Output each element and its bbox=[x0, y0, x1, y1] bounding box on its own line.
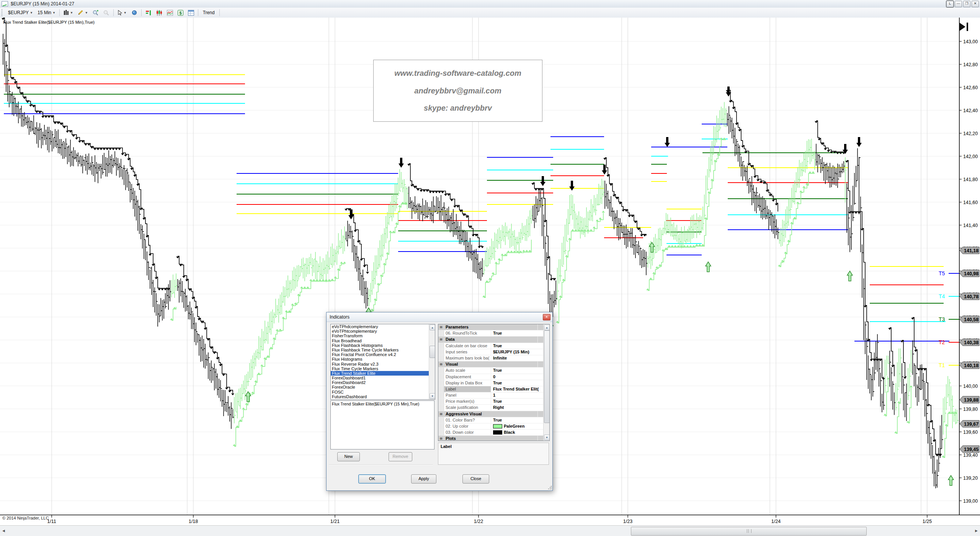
panel-button[interactable] bbox=[186, 8, 196, 17]
scroll-left-icon[interactable]: ◄ bbox=[2, 528, 6, 533]
property-row[interactable]: Display in Data BoxTrue bbox=[438, 380, 544, 386]
go-to-last-bar-icon[interactable] bbox=[959, 21, 972, 32]
property-value[interactable]: True bbox=[491, 399, 544, 404]
collapse-icon[interactable]: ⊟ bbox=[438, 337, 444, 342]
indicator-list-item[interactable]: ForexDashboard2 bbox=[331, 380, 429, 385]
collapse-icon[interactable]: ⊟ bbox=[438, 324, 444, 330]
new-button[interactable]: New bbox=[337, 452, 360, 461]
indicator-list-item[interactable]: FuturesDashboard bbox=[331, 394, 429, 399]
property-value[interactable]: True bbox=[491, 330, 544, 336]
property-row[interactable]: 02. Up colorPaleGreen bbox=[438, 423, 544, 430]
draw-tool-dropdown[interactable]: ▼ bbox=[75, 8, 90, 17]
property-category-row[interactable]: ⊟Aggressive Visual bbox=[438, 411, 544, 417]
indicator-list-item[interactable]: ForexDashboard1 bbox=[331, 376, 429, 380]
indicator-list-item[interactable]: Flux Histograms bbox=[331, 357, 429, 361]
indicator-list-item[interactable]: Flux Broadhead bbox=[331, 338, 429, 343]
close-button[interactable]: Close bbox=[462, 474, 489, 484]
property-row[interactable]: Price marker(s)True bbox=[438, 399, 544, 405]
property-row[interactable]: Scale justificationRight bbox=[438, 405, 544, 411]
property-category-row[interactable]: ⊟Plots bbox=[438, 436, 544, 441]
property-value[interactable]: True bbox=[491, 417, 544, 423]
scroll-right-icon[interactable]: ► bbox=[974, 528, 978, 533]
property-row[interactable]: 03. Down colorBlack bbox=[438, 430, 544, 436]
ok-button[interactable]: OK bbox=[358, 474, 386, 484]
trend-tool-button[interactable]: Trend bbox=[200, 9, 218, 16]
property-value[interactable]: Flux Trend Stalker Elit( bbox=[491, 386, 544, 392]
property-row[interactable]: Maximum bars look ba(Infinite bbox=[438, 355, 544, 361]
property-row[interactable]: Displacement0 bbox=[438, 374, 544, 380]
zoom-in-button[interactable] bbox=[90, 8, 101, 17]
collapse-icon[interactable]: ⊟ bbox=[438, 411, 444, 417]
property-row[interactable]: 01. Color Bars?True bbox=[438, 417, 544, 423]
property-value[interactable]: Right bbox=[491, 405, 544, 410]
property-grid[interactable]: ⊟Parameters06. RoundToTickTrue⊟DataCalcu… bbox=[438, 324, 550, 441]
indicators-dialog[interactable]: Indicators ✕ eVoTPhdcomplementaryeVoTPht… bbox=[326, 312, 553, 491]
property-category-row[interactable]: ⊟Visual bbox=[438, 361, 544, 368]
indicator-list-item[interactable]: Flux Flashback Histograms bbox=[331, 343, 429, 348]
property-value[interactable]: 0 bbox=[491, 374, 544, 380]
property-value[interactable]: True bbox=[491, 380, 544, 386]
property-row[interactable]: Input series$EURJPY (15 Min) bbox=[438, 349, 544, 355]
dialog-close-button[interactable]: ✕ bbox=[543, 314, 550, 320]
indicator-list-item[interactable]: Flux Fractal Pivot Confluence v4.2 bbox=[331, 352, 429, 357]
account-button[interactable]: $ bbox=[175, 8, 186, 17]
property-category-row[interactable]: ⊟Parameters bbox=[438, 324, 544, 330]
property-row[interactable]: LabelFlux Trend Stalker Elit( bbox=[438, 386, 544, 392]
property-value[interactable]: True bbox=[491, 368, 544, 373]
collapse-icon[interactable]: ⊟ bbox=[438, 361, 444, 367]
property-value[interactable]: PaleGreen bbox=[491, 423, 544, 429]
indicator-list-item[interactable]: FisherTransform bbox=[331, 333, 429, 338]
property-row[interactable]: Calculate on bar closeTrue bbox=[438, 343, 544, 349]
interval-dropdown[interactable]: 15 Min ▼ bbox=[35, 8, 58, 17]
window-titlebar[interactable]: $EURJPY (15 Min) 2014-01-27 L — ❐ ✕ bbox=[0, 0, 980, 8]
property-value[interactable]: $EURJPY (15 Min) bbox=[491, 349, 544, 355]
bar-type-dropdown[interactable]: ▼ bbox=[61, 8, 75, 17]
scroll-up-icon[interactable]: ▲ bbox=[544, 325, 550, 330]
indicator-list-item[interactable]: Flux Reverse Radar v2.3 bbox=[331, 362, 429, 366]
indicator-list-item[interactable]: Flux Flashback Time Cycle Markers bbox=[331, 348, 429, 352]
scroll-down-icon[interactable]: ▼ bbox=[430, 393, 435, 399]
collapse-icon[interactable]: ⊟ bbox=[438, 436, 444, 441]
property-grid-scrollbar[interactable]: ▲ ▼ bbox=[543, 324, 549, 441]
link-button[interactable]: L bbox=[946, 1, 954, 7]
property-value[interactable]: True bbox=[491, 343, 544, 349]
minimize-button[interactable]: — bbox=[955, 1, 962, 7]
toolbar-grip[interactable] bbox=[2, 9, 4, 16]
dialog-titlebar[interactable]: Indicators ✕ bbox=[327, 312, 552, 322]
apply-button[interactable]: Apply bbox=[411, 474, 436, 484]
restore-button[interactable]: ❐ bbox=[963, 1, 970, 7]
configured-indicator-entry[interactable]: Flux Trend Stalker Elite($EURJPY (15 Min… bbox=[332, 402, 419, 406]
remove-button[interactable]: Remove bbox=[389, 452, 412, 461]
indicator-list-item[interactable]: ForexOracle bbox=[331, 385, 429, 389]
data-box-button[interactable] bbox=[129, 8, 140, 17]
property-category-row[interactable]: ⊟Data bbox=[438, 337, 544, 343]
property-row[interactable]: Auto scaleTrue bbox=[438, 368, 544, 374]
scrollbar-thumb[interactable] bbox=[544, 330, 550, 423]
property-value[interactable]: Black bbox=[491, 430, 544, 435]
cursor-dropdown[interactable]: ▼ bbox=[115, 8, 129, 17]
indicator-list-item[interactable]: eVoTPhtcomplementary bbox=[331, 329, 429, 333]
property-row[interactable]: Panel1 bbox=[438, 392, 544, 399]
indicator-list-item[interactable]: Flux Trend Stalker Elite bbox=[331, 371, 429, 376]
property-row[interactable]: 06. RoundToTickTrue bbox=[438, 330, 544, 337]
indicator-list[interactable]: eVoTPhdcomplementaryeVoTPhtcomplementary… bbox=[330, 324, 435, 400]
property-value[interactable]: 1 bbox=[491, 392, 544, 398]
instrument-dropdown[interactable]: $EURJPY ▼ bbox=[6, 8, 35, 17]
configured-indicators-box[interactable]: Flux Trend Stalker Elite($EURJPY (15 Min… bbox=[330, 400, 434, 449]
indicator-list-item[interactable]: eVoTPhdcomplementary bbox=[331, 324, 429, 329]
chart-window-button[interactable] bbox=[154, 8, 165, 17]
scroll-down-icon[interactable]: ▼ bbox=[544, 435, 550, 440]
scrollbar-thumb[interactable] bbox=[631, 527, 867, 536]
indicator-list-scrollbar[interactable]: ▲ ▼ bbox=[429, 324, 435, 399]
market-analyzer-button[interactable] bbox=[143, 8, 154, 17]
indicator-list-item[interactable]: Flux Time Cycle Markers bbox=[331, 366, 429, 371]
zoom-out-button[interactable] bbox=[101, 8, 112, 17]
horizontal-scrollbar[interactable]: ◄ ► bbox=[0, 525, 980, 536]
close-button[interactable]: ✕ bbox=[972, 1, 979, 7]
scrollbar-thumb[interactable] bbox=[430, 346, 435, 358]
indicator-list-item[interactable]: FOSC bbox=[331, 390, 429, 394]
scroll-up-icon[interactable]: ▲ bbox=[430, 325, 435, 330]
resize-grip[interactable] bbox=[548, 486, 552, 490]
chart-style-button[interactable] bbox=[165, 8, 175, 17]
property-value[interactable]: Infinite bbox=[491, 355, 544, 361]
